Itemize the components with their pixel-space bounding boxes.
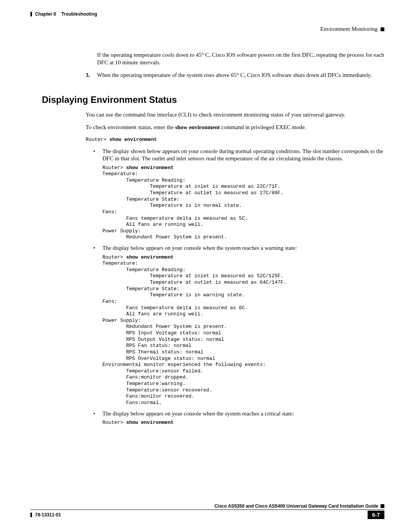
guide-title: Cisco AS5350 and Cisco AS5400 Universal … (214, 503, 378, 509)
prompt-line: Router> show environment (30, 137, 384, 142)
section-heading: Displaying Environment Status (30, 94, 384, 105)
page-number: 6-7 (368, 511, 384, 519)
doc-number: 78-13311-01 (35, 512, 61, 518)
intro2-pre: To check environment status, enter the (86, 124, 175, 130)
prompt-cmd: show environment (109, 137, 157, 142)
footer-title-row: Cisco AS5350 and Cisco AS5400 Universal … (30, 503, 384, 509)
intro2-post: command in privileged EXEC mode. (220, 124, 306, 130)
intro2-cmd: show environment (175, 124, 220, 130)
header-bar-icon (30, 12, 32, 16)
prompt-prefix: Router> (86, 137, 109, 142)
footer-left: 78-13311-01 (30, 512, 61, 518)
footer-square-icon (381, 504, 384, 508)
bullet-list: The display shown below appears on your … (30, 148, 384, 426)
intro-paragraph-2: To check environment status, enter the s… (30, 124, 384, 131)
code-block: Router> show environment (102, 420, 384, 426)
step-row: 3. When the operating temperature of the… (30, 72, 384, 79)
list-item: The display below appears on your consol… (93, 244, 384, 406)
list-item: The display below appears on your consol… (93, 410, 384, 426)
page-footer: Cisco AS5350 and Cisco AS5400 Universal … (30, 503, 384, 519)
step-text: When the operating temperature of the sy… (97, 72, 384, 79)
chapter-label: Chapter 6 (35, 11, 56, 17)
chapter-title: Troubleshooting (61, 11, 97, 17)
section-title: Environment Monitoring (320, 26, 378, 32)
body-paragraph: If the operating temperature cools down … (30, 51, 384, 66)
header-square-icon (381, 27, 384, 31)
footer-bar-icon (30, 513, 32, 517)
page-header: Chapter 6 Troubleshooting (30, 11, 384, 17)
code-block: Router> show environment Temperature: Te… (102, 254, 384, 406)
bullet-text: The display shown below appears on your … (102, 148, 384, 163)
header-right: Environment Monitoring (30, 26, 384, 32)
code-block: Router> show environment Temperature: Te… (102, 165, 384, 241)
list-item: The display shown below appears on your … (93, 148, 384, 241)
intro-paragraph-1: You can use the command line interface (… (30, 111, 384, 119)
step-number: 3. (86, 72, 96, 79)
header-left: Chapter 6 Troubleshooting (30, 11, 97, 17)
bullet-text: The display below appears on your consol… (102, 244, 384, 252)
bullet-text: The display below appears on your consol… (102, 410, 384, 418)
